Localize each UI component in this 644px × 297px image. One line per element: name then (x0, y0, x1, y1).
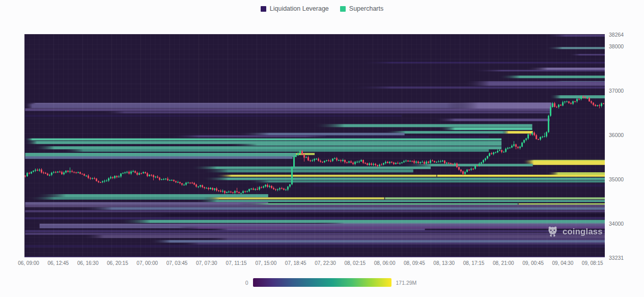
x-axis-label: 08, 13:30 (433, 260, 455, 266)
x-axis-label: 07, 18:45 (285, 260, 306, 266)
x-axis-label: 09, 04:30 (552, 260, 574, 266)
x-axis-label: 07, 03:45 (166, 260, 188, 266)
y-axis-label: 34000 (609, 221, 624, 227)
colorbar-max-label: 171.29M (396, 280, 419, 286)
y-axis-label: 38000 (609, 43, 624, 49)
legend-label: Liquidation Leverage (270, 5, 329, 12)
x-axis-label: 06, 16:30 (77, 260, 99, 266)
legend-label: Supercharts (349, 5, 383, 12)
liquidation-heatmap-page: Liquidation LeverageSupercharts 38264380… (0, 0, 644, 297)
colorbar-gradient (253, 278, 391, 287)
x-axis-label: 09, 08:15 (582, 260, 603, 266)
legend-swatch (340, 6, 346, 12)
x-axis-label: 08, 17:15 (463, 260, 485, 266)
chart-legend: Liquidation LeverageSupercharts (0, 5, 644, 12)
y-axis-label: 38264 (609, 32, 624, 38)
x-axis-label: 07, 00:00 (136, 260, 158, 266)
x-axis-label: 08, 21:00 (493, 260, 514, 266)
x-axis-label: 07, 15:00 (256, 260, 277, 266)
x-axis-label: 08, 09:45 (404, 260, 425, 266)
colorbar-min-label: 0 (225, 280, 248, 286)
x-axis-label: 06, 09:00 (18, 260, 39, 266)
x-axis-label: 07, 07:30 (196, 260, 217, 266)
x-axis-label: 07, 22:30 (315, 260, 336, 266)
y-axis-label: 36000 (609, 132, 624, 138)
y-axis-label: 33231 (609, 255, 624, 261)
x-axis-label: 06, 12:45 (47, 260, 69, 266)
y-axis-label: 37000 (609, 88, 624, 94)
legend-item-supercharts[interactable]: Supercharts (340, 5, 383, 12)
x-axis-label: 07, 11:15 (226, 260, 247, 266)
legend-swatch (261, 6, 266, 12)
x-axis-label: 08, 06:00 (374, 260, 396, 266)
x-axis-label: 06, 20:15 (107, 260, 128, 266)
legend-item-liquidation-leverage[interactable]: Liquidation Leverage (261, 5, 329, 12)
x-axis-label: 08, 02:15 (344, 260, 366, 266)
y-axis-label: 35000 (609, 176, 624, 182)
liquidation-heatmap-canvas[interactable] (24, 34, 605, 257)
colorbar: 0 171.29M (0, 278, 644, 287)
x-axis-label: 09, 00:45 (522, 260, 544, 266)
